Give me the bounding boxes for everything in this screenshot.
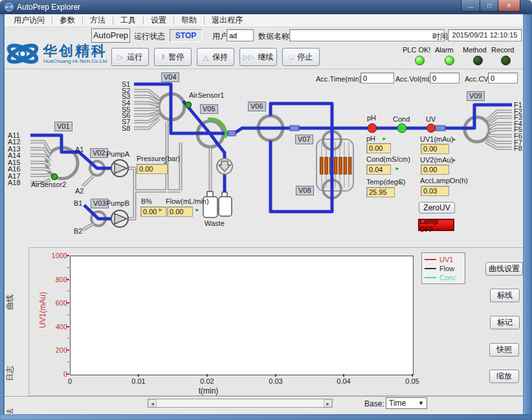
alarm-led-label: Alarm [435,46,454,54]
flow-arrow-icon-2: ► [195,208,200,213]
valve-label-v05: V05 [200,104,218,114]
maximize-button[interactable]: □ [480,0,499,12]
y-minor-tick [67,315,69,315]
mark-button[interactable]: 标记 [490,316,520,329]
acc-time-field[interactable] [360,72,394,83]
scroll-right-icon[interactable]: ▶ [324,399,332,407]
uv1-label: UV1(mAu) [420,135,453,143]
app-name-badge: AutoPrep [91,28,130,43]
run-button[interactable]: ▷ 运行 [111,48,149,66]
title-bar: AutoPrep Explorer [0,0,532,14]
label-pump-b: PumpB [106,199,129,207]
valve-label-v09: V09 [467,91,485,101]
hold-button[interactable]: △ 保持 [197,48,234,66]
scroll-left-icon[interactable]: ◀ [148,399,157,407]
label-a1: A1 [75,146,83,153]
close-button[interactable]: × [498,0,520,12]
time-label: 时间 [432,31,448,42]
pause-button[interactable]: ‖ 暂停 [154,48,192,66]
zoom-button[interactable]: 缩放 [489,370,519,383]
stop-button[interactable]: □ 停止 [282,48,320,66]
snapshot-label: 快照 [496,344,512,355]
legend-line-uv1 [425,259,436,260]
marker-line-button[interactable]: 标线 [490,289,520,302]
y-tick-mark [66,255,69,256]
window-border-right [523,14,532,420]
ph-readout: 0.00 [366,143,391,153]
y-tick-mark [66,302,69,304]
valve-label-v01: V01 [54,122,72,131]
x-tick-mark [138,374,139,377]
cond-arrow-icon: ► [395,166,400,171]
pause-button-label: 暂停 [168,52,184,63]
pause-icon: ‖ [162,53,165,61]
lamp-off-button[interactable]: Lamp OFF [418,219,454,231]
hold-button-label: 保持 [212,52,228,63]
window-title: AutoPrep Explorer [17,3,80,12]
minimize-button[interactable]: — [461,0,481,12]
menu-bar: 用户访问 参数 方法 工具 设置 帮助 退出程序 [0,14,532,27]
window-border-left [0,14,5,420]
y-minor-tick [67,267,69,268]
label-cond-sensor: Cond [393,115,410,123]
brand-name-en: HuaChuang Hi-Tech.Co.Ltd. [43,58,108,64]
menu-tools[interactable]: 工具 [113,14,143,27]
y-minor-tick [67,362,69,362]
ph-label: pH [366,135,375,142]
snapshot-button[interactable]: 快照 [489,343,519,357]
record-led-label: Record [491,46,514,54]
x-tick-mark [206,374,208,377]
y-minor-tick [67,291,69,291]
menu-parameters[interactable]: 参数 [52,14,82,27]
data-name-input[interactable] [289,29,445,41]
x-tick-mark [412,374,413,377]
legend-row-conc: Conc [425,273,462,282]
flow-diagram-panel: Acc.Time(min) Acc.Vol(mL) Acc.CV V01 V02… [0,70,532,245]
base-dropdown-value: Time [389,399,406,408]
menu-method[interactable]: 方法 [83,14,113,27]
acc-cv-field[interactable] [488,72,518,83]
valve-label-v02: V02 [90,148,108,158]
legend-line-flow [425,268,436,269]
lamp-off-label: Lamp OFF [419,217,453,233]
ytick-1000: 1000 [45,252,67,260]
stop-icon: □ [289,53,294,61]
zoom-label: 缩放 [496,371,512,382]
menu-help[interactable]: 帮助 [174,14,204,27]
flow-arrow-icon: ► [158,208,163,213]
resume-button[interactable]: ▷▷ 继续 [239,48,277,66]
curve-settings-button[interactable]: 曲线设置 [485,262,523,276]
menu-exit[interactable]: 退出程序 [205,14,250,27]
uv1-arrow-icon: ► [452,137,457,142]
valve-label-v07: V07 [295,135,313,144]
x-tick-mark [275,374,276,377]
y-tick-mark [66,349,69,351]
xtick-003: 0.03 [263,377,289,385]
base-dropdown[interactable]: Time ▼ [386,397,427,409]
label-b2: B2 [74,227,82,235]
flow-readout: 0.00 [167,206,193,217]
plc-led-label: PLC OK! [403,46,430,54]
y-tick-mark [66,279,69,280]
xtick-0: 0 [57,377,83,385]
xtick-002: 0.02 [194,377,220,385]
ytick-200: 200 [45,346,67,354]
minimize-icon: — [468,4,474,10]
user-input[interactable] [227,29,254,41]
maximize-icon: □ [487,2,491,9]
acc-vol-field[interactable] [430,72,460,83]
y-tick-mark [66,326,69,327]
side-tab-log[interactable]: 日志 [5,362,14,385]
record-led [501,56,511,65]
side-tab-curve[interactable]: 曲线 [5,291,14,314]
time-value: 2015/09/21 12:10:15 [448,29,522,41]
label-waste: Waste [205,219,225,227]
xtick-004: 0.04 [331,377,357,385]
menu-user-access[interactable]: 用户访问 [6,14,52,27]
zero-uv-button[interactable]: ZeroUV [419,202,455,214]
chart-horizontal-scrollbar[interactable]: ◀ ▶ [148,399,333,408]
label-airsensor2: AirSensor2 [31,181,66,188]
pressure-readout: 0.00 [137,164,168,174]
menu-settings[interactable]: 设置 [144,14,173,27]
ytick-600: 600 [45,299,67,307]
